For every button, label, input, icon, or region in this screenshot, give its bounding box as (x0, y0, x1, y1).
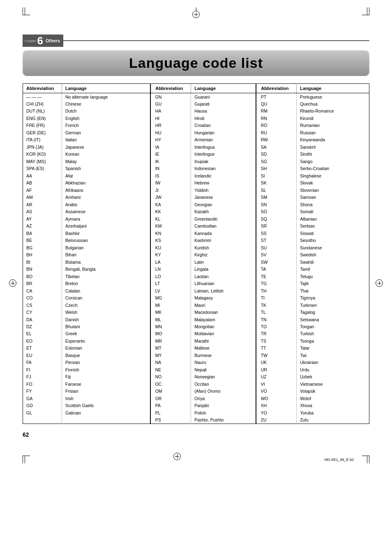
abbr-col1: AZ (23, 223, 62, 230)
table-row: EU Basque MY Burmese TW Twi (23, 352, 369, 359)
abbr-col2: LN (152, 266, 191, 273)
lang-col1: Esperanto (62, 337, 150, 344)
lang-col1: Persian (62, 359, 150, 366)
abbr-col1: BN (23, 266, 62, 273)
lang-col1: French (62, 122, 150, 129)
lang-col1: Spanish (62, 165, 150, 172)
abbr-col3: WO (258, 395, 297, 402)
abbr-col1: BI (23, 258, 62, 265)
lang-col3: Slovenian (297, 187, 369, 193)
lang-col2: Interlingue (191, 151, 256, 158)
col3-abbr-header: Abbreviation (258, 84, 297, 93)
col2-abbr-header: Abbreviation (152, 84, 191, 93)
lang-col3: Rhaeto-Romance (297, 108, 369, 115)
abbr-col3: RM (258, 108, 297, 115)
lang-col3: Volapük (297, 388, 369, 395)
lang-col3: Swahili (297, 258, 369, 265)
abbr-col2: ML (152, 316, 191, 323)
table-row: AM Amharic JW Javanese SM Samoan (23, 194, 369, 201)
abbr-col1: CHI (ZH) (23, 100, 62, 107)
col1-lang-header: Language (62, 84, 150, 93)
page-title: Language code list (31, 55, 361, 71)
lang-col1: Japanese (62, 143, 150, 150)
lang-col3: Ukrainian (297, 359, 369, 366)
abbr-col2: NE (152, 366, 191, 373)
abbr-col3: SI (258, 172, 297, 179)
lang-col2: Pashto, Pushto (191, 417, 256, 424)
abbr-col2: IE (152, 151, 191, 158)
lang-col1: Scottish Gaelic (62, 402, 150, 409)
lang-col1: Greek (62, 330, 150, 337)
lang-col1: Danish (62, 316, 150, 323)
lang-col1: Afar (62, 172, 150, 179)
abbr-col3: SA (258, 143, 297, 150)
lang-col2: Panjabi (191, 402, 256, 409)
chapter-label: Chapter (25, 39, 36, 43)
abbr-col2: MR (152, 337, 191, 344)
abbr-col3: SO (258, 208, 297, 215)
abbr-col3: SS (258, 230, 297, 237)
abbr-col3: SG (258, 158, 297, 165)
lang-col2: Inupiak (191, 158, 256, 165)
table-row: FO Faroese OC Occitan VI Vietnamese (23, 380, 369, 387)
abbr-col1: DZ (23, 323, 62, 330)
lang-col2: Hungarian (191, 129, 256, 136)
table-row: AS Assamese KK Kazakh SO Somali (23, 208, 369, 215)
lang-col1 (62, 417, 150, 424)
lang-col1: Estonian (62, 345, 150, 352)
lang-col1: Dutch (62, 108, 150, 115)
abbr-col3: TS (258, 337, 297, 344)
abbr-col3: TE (258, 273, 297, 280)
table-row: CY Welsh MK Macedonian TL Tagalog (23, 309, 369, 316)
abbr-col1: GA (23, 395, 62, 402)
lang-col3: Telugu (297, 273, 369, 280)
lang-col2: Lingala (191, 266, 256, 273)
lang-col1: Bengali, Bangla (62, 266, 150, 273)
lang-col1: Irish (62, 395, 150, 402)
lang-col2: Mongolian (191, 323, 256, 330)
abbr-col2: MT (152, 345, 191, 352)
lang-col1: Belorussian (62, 237, 150, 244)
lang-col3: Sindhi (297, 151, 369, 158)
abbr-col2: OR (152, 395, 191, 402)
abbr-col3: SM (258, 194, 297, 201)
lang-col3: Tatar (297, 345, 369, 352)
abbr-col3: SV (258, 251, 297, 258)
lang-col2: Nauru (191, 359, 256, 366)
lang-col3: Singhalese (297, 172, 369, 179)
abbr-col2: MN (152, 323, 191, 330)
crosshair-top-center (192, 7, 200, 18)
abbr-col1: AR (23, 201, 62, 208)
lang-col3: Thai (297, 287, 369, 294)
abbr-col3: TL (258, 309, 297, 316)
lang-col2: Latvian, Lettish (191, 287, 256, 294)
abbr-col2: HY (152, 136, 191, 143)
lang-col3: Sanskrit (297, 143, 369, 150)
abbr-col1: AF (23, 187, 62, 193)
abbr-col3: SK (258, 180, 297, 187)
table-row: ET Estonian MT Maltese TT Tatar (23, 345, 369, 352)
table-row: CO Corsican MG Malagasy TI Tigrinya (23, 295, 369, 302)
abbr-col2: PL (152, 409, 191, 416)
table-row: FI Finnish NE Nepali UR Urdu (23, 366, 369, 373)
table-row: BN Bengali, Bangla LN Lingala TA Tamil (23, 266, 369, 273)
lang-col2: Occitan (191, 380, 256, 387)
lang-col3: Rumanian (297, 122, 369, 129)
abbr-col3: SW (258, 258, 297, 265)
abbr-col2: KU (152, 244, 191, 251)
lang-col3: Somali (297, 208, 369, 215)
abbr-col2: KL (152, 215, 191, 222)
lang-col3: Swedish (297, 251, 369, 258)
table-row: GA Irish OR Oriya WO Wolof (23, 395, 369, 402)
table-row: DZ Bhutani MN Mongolian TO Tongan (23, 323, 369, 330)
abbr-col1: CO (23, 295, 62, 302)
lang-col2: Armenian (191, 136, 256, 143)
abbr-col2: KM (152, 223, 191, 230)
lang-col3: Tagalog (297, 309, 369, 316)
abbr-col1 (23, 417, 62, 424)
abbr-col3: PT (258, 93, 297, 101)
chapter-line (63, 40, 369, 41)
abbr-col2: PA (152, 402, 191, 409)
abbr-col2: KY (152, 251, 191, 258)
abbr-col2: LA (152, 258, 191, 265)
